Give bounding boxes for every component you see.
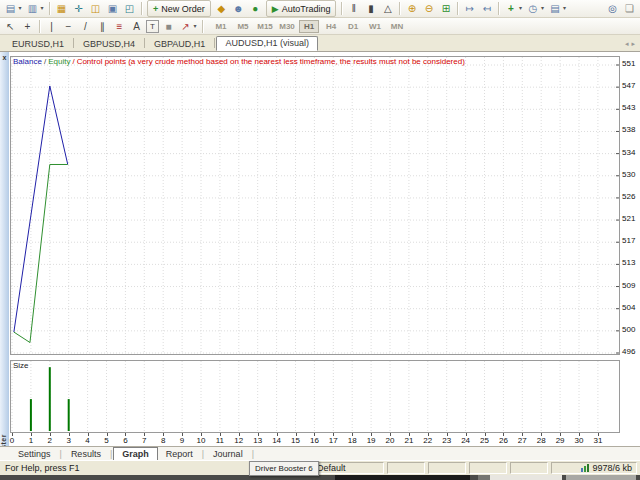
play-icon: ▶ (272, 4, 279, 14)
new-chart-icon[interactable]: ▤ (3, 1, 18, 16)
chart-shift-icon[interactable]: ↤ (479, 1, 494, 16)
toolbar-separator (498, 2, 499, 15)
fibonacci-icon[interactable]: ≡ (112, 19, 127, 34)
tester-tab-settings[interactable]: Settings (10, 449, 59, 459)
candlestick-icon[interactable]: ▮ (363, 1, 378, 16)
line-chart-icon[interactable]: △ (380, 1, 395, 16)
x-axis-label: 13 (251, 436, 265, 445)
timeframe-m5[interactable]: M5 (233, 20, 253, 33)
zoom-out-icon[interactable]: ⊖ (421, 1, 436, 16)
channel-icon[interactable]: ∥ (95, 19, 110, 34)
toolbar-separator (49, 2, 50, 15)
vertical-line-icon[interactable]: | (44, 19, 59, 34)
y-axis-label: 538 (622, 126, 635, 134)
data-usage-icon (581, 464, 589, 472)
status-profile-cell[interactable]: Default (312, 462, 384, 474)
tile-windows-icon[interactable]: ⊞ (438, 1, 453, 16)
periods-icon[interactable]: ◷ (525, 1, 540, 16)
tester-tab-results[interactable]: Results (63, 449, 109, 459)
tester-tab-journal[interactable]: Journal (205, 449, 251, 459)
shapes-icon[interactable]: ■ (161, 19, 176, 34)
dropdown-caret-icon[interactable]: ▾ (17, 1, 23, 16)
strategy-tester-icon[interactable]: ◰ (122, 1, 137, 16)
timeframe-m15[interactable]: M15 (255, 20, 275, 33)
market-watch-icon[interactable]: ▦ (54, 1, 69, 16)
balance-line (14, 86, 68, 332)
dropdown-caret-icon[interactable]: ▾ (539, 1, 545, 16)
timeframe-h1[interactable]: H1 (299, 20, 319, 33)
tester-panel: x Tester Balance/Equity/Control points (… (0, 51, 640, 460)
new-order-button[interactable]: + New Order (147, 0, 211, 17)
trendline-icon[interactable]: / (78, 19, 93, 34)
chart-tab-gbpusd-h4[interactable]: GBPUSD,H4 (75, 38, 143, 51)
cursor-icon[interactable]: ↖ (3, 19, 18, 34)
metatrader-window: ▤ ▾ ▥ ▾ ▦ ✛ ◫ ▣ ◰ + New Order ◆ ☻ ● ▶ Au… (0, 0, 640, 480)
text-icon[interactable]: A (129, 19, 144, 34)
timeframe-mn[interactable]: MN (387, 20, 407, 33)
dropdown-caret-icon[interactable]: ▾ (192, 19, 198, 34)
x-axis-label: 22 (421, 436, 435, 445)
size-graph-label: Size (13, 361, 29, 370)
tab-scroll-left-icon[interactable]: ◂ (625, 40, 629, 48)
size-graph[interactable]: Size (10, 360, 620, 433)
y-axis-label: 500 (622, 326, 635, 334)
chart-tab-audusd-h1-visual[interactable]: AUDUSD,H1 (visual) (216, 36, 318, 51)
y-axis-label: 530 (622, 171, 635, 179)
chat-icon[interactable]: ❏ (622, 1, 637, 16)
status-data-usage-cell: 9978/6 kb (551, 462, 637, 474)
x-axis-label: 17 (326, 436, 340, 445)
terminal-icon[interactable]: ▣ (105, 1, 120, 16)
data-window-icon[interactable]: ✛ (71, 1, 86, 16)
driver-booster-overlay[interactable]: Driver Booster 6 (249, 461, 319, 476)
zoom-in-icon[interactable]: ⊕ (404, 1, 419, 16)
y-axis-label: 509 (622, 282, 635, 290)
metaeditor-icon[interactable]: ◆ (214, 1, 229, 16)
search-icon[interactable]: ◎ (605, 1, 620, 16)
tester-tab-report[interactable]: Report (158, 449, 201, 459)
timeframe-h4[interactable]: H4 (321, 20, 341, 33)
auto-scroll-icon[interactable]: ↦ (462, 1, 477, 16)
tab-scroll-right-icon[interactable]: ▸ (631, 40, 635, 48)
x-axis-label: 1 (24, 436, 38, 445)
x-axis-label: 20 (383, 436, 397, 445)
x-axis-label: 12 (232, 436, 246, 445)
graph-legend: Balance/Equity/Control points (a very cr… (13, 57, 465, 66)
y-axis-label: 526 (622, 193, 635, 201)
tab-separator (73, 38, 74, 48)
x-axis-label: 7 (137, 436, 151, 445)
tab-separator: | (252, 449, 254, 459)
timeframe-m30[interactable]: M30 (277, 20, 297, 33)
templates-icon[interactable]: ▤ (547, 1, 562, 16)
status-cell (510, 462, 548, 474)
x-axis-label: 27 (515, 436, 529, 445)
text-label-icon[interactable]: T (146, 20, 159, 33)
x-axis-labels: 0123456789101112131415161718192021222324… (11, 433, 619, 445)
dropdown-caret-icon[interactable]: ▾ (517, 1, 523, 16)
timeframe-m1[interactable]: M1 (211, 20, 231, 33)
close-icon[interactable]: x (1, 53, 8, 62)
navigator-icon[interactable]: ◫ (88, 1, 103, 16)
dropdown-caret-icon[interactable]: ▾ (39, 1, 45, 16)
autotrading-button[interactable]: ▶ AutoTrading (266, 0, 337, 17)
tester-tab-graph[interactable]: Graph (113, 447, 158, 461)
tab-separator (144, 38, 145, 48)
globe-icon[interactable]: ● (248, 1, 263, 16)
legend-separator: / (72, 57, 74, 66)
chart-tab-gbpaud-h1[interactable]: GBPAUD,H1 (146, 38, 213, 51)
timeframe-d1[interactable]: D1 (343, 20, 363, 33)
arrows-icon[interactable]: ↗ (178, 19, 193, 34)
crosshair-icon[interactable]: + (20, 19, 35, 34)
x-axis-label: 21 (402, 436, 416, 445)
timeframe-toolbar: M1M5M15M30H1H4D1W1MN (210, 20, 408, 33)
data-usage-text: 9978/6 kb (592, 463, 632, 473)
tester-panel-handle[interactable]: x Tester (0, 52, 9, 460)
balance-graph[interactable]: Balance/Equity/Control points (a very cr… (10, 56, 620, 355)
timeframe-w1[interactable]: W1 (365, 20, 385, 33)
bar-chart-icon[interactable]: ‖ (346, 1, 361, 16)
chart-tab-eurusd-h1[interactable]: EURUSD,H1 (4, 38, 72, 51)
horizontal-line-icon[interactable]: − (61, 19, 76, 34)
community-icon[interactable]: ☻ (231, 1, 246, 16)
dropdown-caret-icon[interactable]: ▾ (561, 1, 567, 16)
indicators-icon[interactable]: + (503, 1, 518, 16)
profiles-icon[interactable]: ▥ (25, 1, 40, 16)
